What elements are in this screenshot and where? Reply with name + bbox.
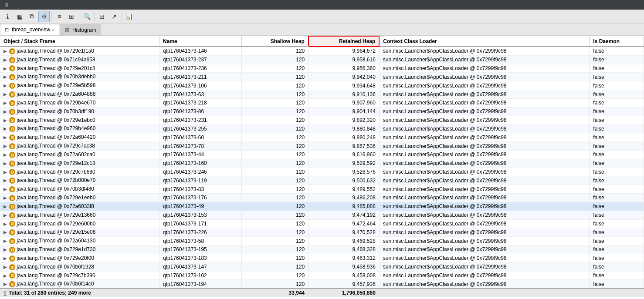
table-row[interactable]: ▶ java.lang.Thread @ 0x729e5b598qtp17604… [0, 81, 644, 90]
table-container[interactable]: Object / Stack FrameNameShallow HeapReta… [0, 36, 644, 299]
search-btn[interactable]: 🔍 [81, 11, 92, 22]
row-expander-2[interactable]: ▶ [3, 66, 8, 71]
table-row[interactable]: ▶ java.lang.Thread @ 0x729b4e670qtp17604… [0, 98, 644, 107]
table-row[interactable]: ▶ java.lang.Thread @ 0x70b3debb0qtp17604… [0, 73, 644, 81]
thread-icon-11 [9, 143, 15, 149]
table-row[interactable]: ▶ java.lang.Thread @ 0x70b6f1928qtp17604… [0, 262, 644, 271]
table-row[interactable]: ▶ java.lang.Thread @ 0x729e201c8qtp17604… [0, 64, 644, 73]
cell-context-9: sun.misc.Launcher$AppClassLoader @ 0x729… [379, 124, 589, 133]
table-row[interactable]: ▶ java.lang.Thread @ 0x72a604130qtp17604… [0, 237, 644, 245]
table-row[interactable]: ▶ java.lang.Thread @ 0x72a604888qtp17604… [0, 90, 644, 99]
cell-object-2: ▶ java.lang.Thread @ 0x729e201c8 [0, 64, 159, 73]
row-expander-6[interactable]: ▶ [3, 101, 8, 105]
col-header-object[interactable]: Object / Stack Frame [0, 36, 159, 47]
row-expander-8[interactable]: ▶ [3, 118, 8, 123]
group-btn[interactable]: ⊞ [66, 11, 77, 22]
info-btn[interactable]: ℹ [2, 11, 13, 22]
table-row[interactable]: ▶ java.lang.Thread @ 0x72a6033f8qtp17604… [0, 202, 644, 211]
chart-btn[interactable]: 📊 [124, 11, 135, 22]
col-header-name[interactable]: Name [159, 36, 242, 47]
cell-name-27: qtp176041373-194 [159, 280, 242, 289]
cell-daemon-24: false [590, 254, 644, 262]
table-row[interactable]: ▶ java.lang.Thread @ 0x70b6f14c0qtp17604… [0, 280, 644, 289]
export-btn[interactable]: ↗ [108, 11, 120, 22]
cell-daemon-12: false [590, 150, 644, 159]
table-row[interactable]: ▶ java.lang.Thread @ 0x729b4e960qtp17604… [0, 124, 644, 133]
cell-retained-7: 9,904,144 [308, 107, 380, 116]
table-row[interactable]: ▶ java.lang.Thread @ 0x729c7b680qtp17604… [0, 168, 644, 176]
table-row[interactable]: ▶ java.lang.Thread @ 0x729e600b0qtp17604… [0, 219, 644, 228]
cell-context-6: sun.misc.Launcher$AppClassLoader @ 0x729… [379, 98, 589, 107]
sep2 [79, 12, 79, 21]
row-expander-17[interactable]: ▶ [3, 195, 8, 200]
row-expander-5[interactable]: ▶ [3, 92, 8, 97]
row-expander-24[interactable]: ▶ [3, 256, 8, 261]
row-expander-23[interactable]: ▶ [3, 247, 8, 252]
row-expander-0[interactable]: ▶ [3, 49, 8, 54]
row-expander-22[interactable]: ▶ [3, 239, 8, 243]
histogram-btn[interactable]: ▦ [14, 11, 25, 22]
row-expander-1[interactable]: ▶ [3, 57, 8, 62]
table-btn[interactable]: ≡ [54, 11, 65, 22]
cell-name-7: qtp176041373-86 [159, 107, 242, 116]
table-row[interactable]: ▶ java.lang.Thread @ 0x71c94a958qtp17604… [0, 55, 644, 64]
thread-icon-24 [9, 255, 15, 262]
object-text-9: java.lang.Thread @ 0x729b4e960 [17, 125, 95, 131]
copy-btn[interactable]: ⧉ [26, 11, 37, 22]
thread-overview-tab-close[interactable]: × [52, 27, 54, 32]
table-row[interactable]: ▶ java.lang.Thread @ 0x729e1eeb0qtp17604… [0, 194, 644, 202]
row-expander-20[interactable]: ▶ [3, 222, 8, 226]
col-header-context[interactable]: Context Class Loader [379, 36, 589, 47]
row-expander-9[interactable]: ▶ [3, 126, 8, 131]
row-expander-14[interactable]: ▶ [3, 170, 8, 175]
table-row[interactable]: ▶ java.lang.Thread @ 0x729e1ebc0qtp17604… [0, 116, 644, 124]
table-row[interactable]: ▶ java.lang.Thread @ 0x729c7ac38qtp17604… [0, 142, 644, 151]
table-row[interactable]: ▶ java.lang.Thread @ 0x729e12c18qtp17604… [0, 159, 644, 168]
table-row[interactable]: ▶ java.lang.Thread @ 0x729e1d730qtp17604… [0, 245, 644, 254]
table-row[interactable]: ▶ java.lang.Thread @ 0x729e20f00qtp17604… [0, 254, 644, 262]
row-expander-25[interactable]: ▶ [3, 265, 8, 269]
object-text-12: java.lang.Thread @ 0x72a602ca0 [17, 151, 95, 158]
table-row[interactable]: ▶ java.lang.Thread @ 0x70b3df480qtp17604… [0, 185, 644, 194]
table-row[interactable]: ▶ java.lang.Thread @ 0x72a602ca0qtp17604… [0, 150, 644, 159]
tabs-bar: ⊡thread_overview×▦Histogram [0, 24, 644, 36]
cell-daemon-3: false [590, 73, 644, 81]
col-header-shallow[interactable]: Shallow Heap [241, 36, 308, 47]
col-header-daemon[interactable]: Is Daemon [590, 36, 644, 47]
row-expander-10[interactable]: ▶ [3, 135, 8, 140]
table-row[interactable]: ▶ java.lang.Thread @ 0x729e1f1a0qtp17604… [0, 47, 644, 55]
cell-retained-23: 9,468,328 [308, 245, 380, 254]
threads-btn[interactable]: ⚙ [38, 11, 50, 22]
row-expander-18[interactable]: ▶ [3, 204, 8, 209]
object-text-21: java.lang.Thread @ 0x729e15e08 [17, 229, 95, 235]
row-expander-4[interactable]: ▶ [3, 83, 8, 88]
row-expander-21[interactable]: ▶ [3, 230, 8, 235]
thread-overview-tab[interactable]: ⊡thread_overview× [0, 24, 59, 35]
row-expander-3[interactable]: ▶ [3, 74, 8, 79]
object-text-17: java.lang.Thread @ 0x729e1eeb0 [17, 195, 95, 201]
row-expander-16[interactable]: ▶ [3, 187, 8, 191]
table-row[interactable]: ▶ java.lang.Thread @ 0x70b3df190qtp17604… [0, 107, 644, 116]
row-expander-11[interactable]: ▶ [3, 144, 8, 148]
cell-object-6: ▶ java.lang.Thread @ 0x729b4e670 [0, 98, 159, 107]
row-expander-15[interactable]: ▶ [3, 178, 8, 183]
table-row[interactable]: ▶ java.lang.Thread @ 0x729e13660qtp17604… [0, 211, 644, 219]
thread-icon-18 [9, 204, 15, 210]
table-row[interactable]: ▶ java.lang.Thread @ 0x72b080e70qtp17604… [0, 176, 644, 185]
row-expander-7[interactable]: ▶ [3, 109, 8, 114]
table-row[interactable]: ▶ java.lang.Thread @ 0x72a604420qtp17604… [0, 133, 644, 142]
row-expander-12[interactable]: ▶ [3, 152, 8, 157]
row-expander-26[interactable]: ▶ [3, 273, 8, 278]
table-row[interactable]: ▶ java.lang.Thread @ 0x729c7b390qtp17604… [0, 271, 644, 280]
cell-shallow-27: 120 [241, 280, 308, 289]
cell-retained-1: 9,958,616 [308, 55, 380, 64]
histogram-tab[interactable]: ▦Histogram [60, 24, 101, 35]
table-row[interactable]: ▶ java.lang.Thread @ 0x729e15e08qtp17604… [0, 228, 644, 237]
row-expander-13[interactable]: ▶ [3, 161, 8, 166]
cell-object-1: ▶ java.lang.Thread @ 0x71c94a958 [0, 55, 159, 64]
object-text-7: java.lang.Thread @ 0x70b3df190 [17, 108, 94, 114]
filter-btn[interactable]: ⊟ [96, 11, 108, 22]
row-expander-27[interactable]: ▶ [3, 282, 8, 286]
row-expander-19[interactable]: ▶ [3, 213, 8, 218]
col-header-retained[interactable]: Retained Heap [308, 36, 380, 47]
